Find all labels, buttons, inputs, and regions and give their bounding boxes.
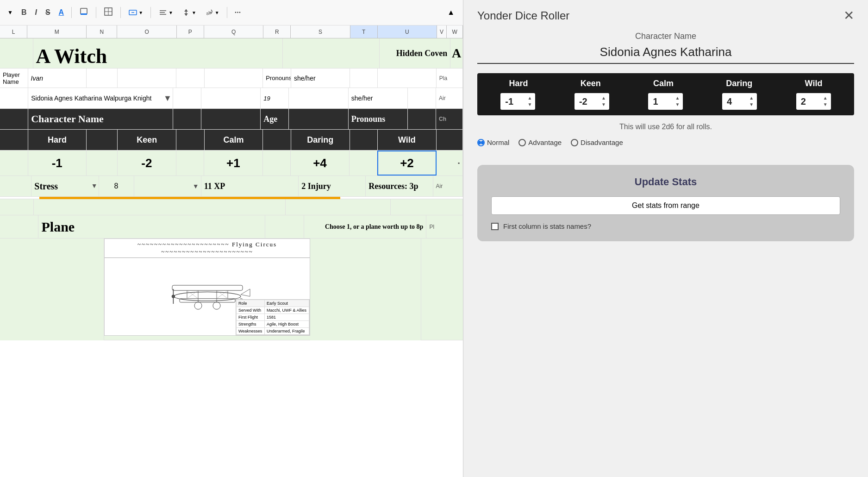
cell-cn4[interactable] xyxy=(201,109,261,129)
cell-plane-spacer[interactable] xyxy=(0,215,38,238)
cell-plane-instruction[interactable]: Choose 1, or a plane worth up to 8p xyxy=(304,215,427,238)
cell-pronouns-label[interactable]: Pronouns xyxy=(263,69,291,88)
cell-title-mid[interactable] xyxy=(283,38,380,68)
stat-daring-up[interactable]: ▲ xyxy=(748,95,755,101)
cell-cn8[interactable] xyxy=(408,109,436,129)
cell-calm-header2[interactable]: Calm xyxy=(205,130,263,150)
stat-hard-up[interactable]: ▲ xyxy=(526,95,533,101)
cell-stress-right[interactable]: Air xyxy=(433,176,463,196)
cell-wild-header2[interactable]: Wild xyxy=(378,130,437,150)
roll-normal[interactable]: Normal xyxy=(477,138,509,146)
merge-dropdown[interactable]: ▼ xyxy=(125,6,146,19)
cell-cf8[interactable] xyxy=(408,88,436,108)
stat-wild-up[interactable]: ▲ xyxy=(822,95,829,101)
borders-button[interactable] xyxy=(101,5,116,20)
first-col-checkbox[interactable] xyxy=(491,223,499,230)
col-Q[interactable]: Q xyxy=(204,25,263,38)
align-dropdown[interactable]: ▼ xyxy=(156,6,176,19)
cell-right-air[interactable]: Air xyxy=(436,88,463,108)
bold-button[interactable]: B xyxy=(19,6,30,19)
stat-calm-up[interactable]: ▲ xyxy=(674,95,681,101)
cell-resources[interactable]: Resources: 3p xyxy=(366,176,433,196)
col-P[interactable]: P xyxy=(177,25,204,38)
cell-calm-val[interactable]: +1 xyxy=(204,151,263,176)
cell-pronouns-label2[interactable]: Pronouns xyxy=(349,109,408,129)
col-O[interactable]: O xyxy=(117,25,176,38)
col-S[interactable]: S xyxy=(291,25,350,38)
stat-wild-spinner[interactable]: 2 ▲ ▼ xyxy=(796,93,831,110)
stat-keen-up[interactable]: ▲ xyxy=(600,95,607,101)
cell-sv-right[interactable]: ▪ xyxy=(437,151,463,176)
cell-cf3[interactable] xyxy=(173,88,201,108)
cell-keen-header[interactable] xyxy=(87,130,118,150)
cell-hidden-coven[interactable]: Hidden Coven xyxy=(380,38,450,68)
close-button[interactable]: ✕ xyxy=(843,9,854,22)
more-button[interactable]: ··· xyxy=(232,6,244,19)
cell-title-main[interactable]: A Witch xyxy=(33,38,283,68)
cell-injury[interactable]: 2 Injury xyxy=(299,176,366,196)
cell-p2[interactable] xyxy=(87,69,118,88)
get-stats-button[interactable]: Get stats from range xyxy=(491,196,840,215)
cell-plane-label[interactable]: Plane xyxy=(38,215,265,238)
stat-calm-down[interactable]: ▼ xyxy=(674,101,681,108)
stat-wild-down[interactable]: ▼ xyxy=(822,101,829,108)
cell-pronouns-value[interactable]: she/her xyxy=(291,69,350,88)
cell-right-a[interactable]: A xyxy=(450,38,463,68)
cell-stress-dd[interactable]: ▼ xyxy=(134,176,201,196)
cell-p5[interactable] xyxy=(205,69,263,88)
col-R[interactable]: R xyxy=(263,25,291,38)
cell-daring-header2[interactable]: Daring xyxy=(291,130,350,150)
cell-p3[interactable] xyxy=(118,69,176,88)
cell-player-label[interactable]: Player Name xyxy=(0,69,28,88)
stat-wild-spinners[interactable]: ▲ ▼ xyxy=(822,95,829,108)
cell-keen-val[interactable]: -2 xyxy=(118,151,176,176)
roll-advantage[interactable]: Advantage xyxy=(518,138,562,146)
stat-keen-down[interactable]: ▼ xyxy=(600,101,607,108)
stat-hard-spinner[interactable]: -1 ▲ ▼ xyxy=(500,93,535,110)
cell-right-ch[interactable]: Ch xyxy=(436,109,463,129)
stat-calm-spinners[interactable]: ▲ ▼ xyxy=(674,95,681,108)
cell-age-pronouns[interactable]: she/her xyxy=(349,88,408,108)
col-W[interactable]: W xyxy=(447,25,463,38)
cell-daring-val[interactable]: +4 xyxy=(291,151,350,176)
cell-sh-right[interactable] xyxy=(437,130,463,150)
cell-char-fullname[interactable]: Sidonia Agnes Katharina Walpurga Knight … xyxy=(28,88,173,108)
stat-keen-spinner[interactable]: -2 ▲ ▼ xyxy=(575,93,609,110)
cell-stress-val[interactable]: 8 xyxy=(99,176,134,196)
text-rotate-dropdown[interactable]: ab ▼ xyxy=(202,6,222,19)
cell-keen-header2[interactable]: Keen xyxy=(118,130,176,150)
cell-sv-spacer[interactable] xyxy=(0,151,28,176)
fill-color-button[interactable] xyxy=(76,5,91,20)
cell-wild-val[interactable]: +2 xyxy=(377,151,437,176)
underline-button[interactable]: A xyxy=(56,6,67,19)
cell-cn6[interactable] xyxy=(289,109,348,129)
cell-cf4[interactable] xyxy=(201,88,261,108)
cell-p9[interactable] xyxy=(378,69,437,88)
cell-calm-header[interactable] xyxy=(176,130,205,150)
stat-hard-down[interactable]: ▼ xyxy=(526,101,533,108)
cell-player-value[interactable]: Ivan xyxy=(28,69,87,88)
cell-xp[interactable]: 11 XP xyxy=(201,176,299,196)
col-L[interactable]: L xyxy=(0,25,27,38)
cell-p8[interactable] xyxy=(350,69,378,88)
cell-sv6[interactable] xyxy=(263,151,291,176)
cell-hard-header[interactable]: Hard xyxy=(28,130,87,150)
stat-keen-spinners[interactable]: ▲ ▼ xyxy=(600,95,607,108)
stat-calm-spinner[interactable]: 1 ▲ ▼ xyxy=(648,93,683,110)
cell-cf6[interactable] xyxy=(289,88,348,108)
cell-pi-right[interactable] xyxy=(310,238,421,340)
col-V[interactable]: V xyxy=(437,25,447,38)
stat-hard-spinners[interactable]: ▲ ▼ xyxy=(526,95,533,108)
cell-sv4[interactable] xyxy=(176,151,205,176)
stat-daring-down[interactable]: ▼ xyxy=(748,101,755,108)
cell-cf1[interactable] xyxy=(0,88,28,108)
cell-stress-spacer[interactable] xyxy=(0,176,31,196)
cell-age[interactable]: 19 xyxy=(261,88,289,108)
col-T[interactable]: T xyxy=(350,25,378,38)
cell-plane-right[interactable]: Pl xyxy=(426,215,463,238)
cell-title-spacer[interactable] xyxy=(0,38,33,68)
stat-daring-spinner[interactable]: 4 ▲ ▼ xyxy=(722,93,757,110)
cell-stress-label[interactable]: Stress ▼ xyxy=(31,176,99,196)
cell-daring-header[interactable] xyxy=(263,130,291,150)
col-U[interactable]: U xyxy=(378,25,437,38)
